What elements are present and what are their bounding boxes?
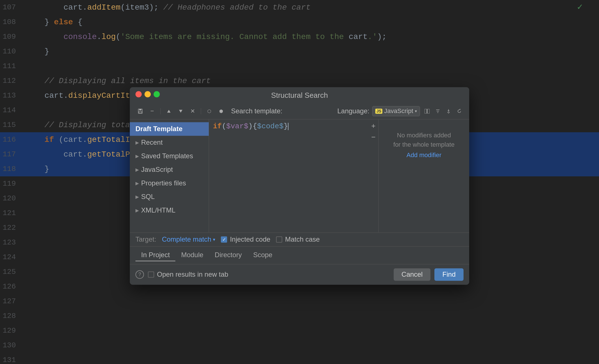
remove-template-variable-button[interactable]: − (371, 133, 376, 142)
search-area: if($var$){$code$} + − (209, 119, 379, 232)
up-button[interactable] (164, 107, 174, 115)
find-button[interactable]: Find (434, 268, 464, 281)
open-results-label: Open results in new tab (157, 270, 228, 278)
language-value: JavaScript (384, 107, 413, 115)
sidebar: Draft Template ▶ Recent ▶ Saved Template… (130, 119, 209, 232)
checkbox-check-icon: ✓ (222, 237, 226, 242)
chevron-right-icon-4: ▶ (135, 181, 139, 186)
chevron-right-icon-6: ▶ (135, 208, 139, 213)
open-results-group: Open results in new tab (148, 270, 228, 278)
minus-button[interactable]: − (147, 107, 157, 115)
close-button[interactable]: ✕ (188, 107, 197, 115)
svg-rect-3 (425, 109, 427, 113)
tab-scope-label: Scope (253, 251, 272, 259)
sidebar-item-recent[interactable]: ▶ Recent (130, 136, 209, 149)
no-modifiers-line1: No modifiers added (397, 131, 451, 140)
complete-match-label: Complete match (162, 235, 211, 243)
language-dropdown[interactable]: JS JavaScript ▾ (372, 106, 420, 116)
sidebar-item-draft-template[interactable]: Draft Template (130, 122, 209, 136)
external-link-button[interactable]: ⬡ (204, 107, 214, 115)
injected-code-label: Injected code (230, 235, 270, 243)
options-row: Target: Complete match ▾ ✓ Injected code… (130, 232, 469, 246)
complete-match-dropdown[interactable]: Complete match ▾ (162, 235, 215, 243)
svg-rect-4 (427, 109, 430, 113)
template-if-keyword: if (213, 122, 222, 131)
js-badge: JS (375, 109, 382, 114)
modifiers-panel: No modifiers added for the whole templat… (379, 119, 469, 232)
language-chevron-icon: ▾ (415, 109, 417, 113)
cursor (288, 123, 288, 130)
chevron-right-icon-2: ▶ (135, 153, 139, 159)
replace-button[interactable]: ⬢ (216, 107, 226, 115)
tab-directory[interactable]: Directory (209, 249, 247, 261)
cancel-button[interactable]: Cancel (394, 268, 431, 281)
sidebar-item-saved-templates[interactable]: ▶ Saved Templates (130, 149, 209, 163)
complete-match-chevron-icon: ▾ (213, 237, 215, 242)
sidebar-item-properties-files[interactable]: ▶ Properties files (130, 176, 209, 190)
modal-footer: ? Open results in new tab Cancel Find (130, 264, 469, 285)
columns-icon[interactable] (423, 107, 431, 115)
close-window-button[interactable] (135, 91, 142, 97)
target-label: Target: (135, 235, 156, 243)
search-template-label: Search template: (231, 107, 282, 115)
refresh-icon[interactable] (455, 107, 464, 115)
sidebar-sql-label: SQL (141, 193, 155, 201)
svg-rect-2 (139, 111, 142, 113)
tab-scope[interactable]: Scope (247, 249, 278, 261)
sidebar-properties-files-label: Properties files (141, 179, 186, 187)
template-open-brace: { (253, 122, 257, 131)
no-modifiers-line2: for the whole template (393, 140, 454, 149)
minimize-window-button[interactable] (145, 91, 151, 97)
injected-code-checkbox[interactable]: ✓ (221, 236, 227, 242)
language-label: Language: (337, 107, 369, 115)
sidebar-item-javascript[interactable]: ▶ JavaScript (130, 163, 209, 176)
tab-in-project-label: In Project (141, 251, 170, 259)
open-results-checkbox[interactable] (148, 271, 154, 278)
match-case-label: Match case (285, 235, 320, 243)
sidebar-item-xml-html[interactable]: ▶ XML/HTML (130, 203, 209, 217)
help-icon-label: ? (138, 272, 141, 278)
modal-title: Structural Search (271, 91, 328, 103)
language-selector: Language: JS JavaScript ▾ (337, 106, 464, 116)
sidebar-recent-label: Recent (141, 138, 163, 146)
modal-titlebar: Structural Search (130, 87, 469, 103)
sidebar-saved-templates-label: Saved Templates (141, 152, 193, 160)
tab-in-project[interactable]: In Project (135, 249, 175, 261)
modal-main-content: Draft Template ▶ Recent ▶ Saved Template… (130, 119, 469, 232)
template-var: $var$ (226, 122, 248, 131)
sidebar-javascript-label: JavaScript (141, 166, 173, 174)
chevron-right-icon-5: ▶ (135, 194, 139, 200)
chevron-right-icon: ▶ (135, 140, 139, 145)
add-template-variable-button[interactable]: + (371, 122, 376, 131)
save-template-button[interactable] (135, 107, 145, 115)
toolbar-separator-2 (201, 108, 201, 114)
help-button[interactable]: ? (135, 270, 144, 279)
filter-icon[interactable] (434, 107, 442, 115)
scope-tabs: In Project Module Directory Scope (130, 246, 469, 264)
maximize-window-button[interactable] (154, 91, 160, 97)
add-modifier-link[interactable]: Add modifier (406, 151, 441, 159)
structural-search-modal: Structural Search − ✕ ⬡ ⬢ (130, 87, 469, 285)
sidebar-xml-html-label: XML/HTML (141, 206, 175, 214)
modal-body: − ✕ ⬡ ⬢ Search template: Language: JS Ja… (130, 103, 469, 285)
down-button[interactable] (176, 107, 186, 115)
tab-directory-label: Directory (215, 251, 242, 259)
sidebar-draft-template-label: Draft Template (135, 125, 182, 133)
search-template-input[interactable]: if($var$){$code$} + − (209, 119, 378, 232)
svg-rect-1 (139, 109, 141, 110)
template-open-paren: ( (222, 122, 226, 131)
lang-toolbar-icons (423, 107, 464, 115)
tab-module[interactable]: Module (175, 249, 209, 261)
sidebar-item-sql[interactable]: ▶ SQL (130, 190, 209, 203)
traffic-lights (135, 91, 160, 97)
match-case-group: Match case (276, 235, 320, 243)
chevron-right-icon-3: ▶ (135, 167, 139, 172)
modal-toolbar: − ✕ ⬡ ⬢ Search template: Language: JS Ja… (130, 103, 469, 119)
injected-code-group: ✓ Injected code (221, 235, 270, 243)
toolbar-separator (160, 108, 161, 114)
template-code-var: $code$ (257, 122, 284, 131)
template-close-brace: } (284, 122, 288, 131)
pin-icon[interactable] (444, 107, 453, 115)
tab-module-label: Module (181, 251, 203, 259)
match-case-checkbox[interactable] (276, 236, 282, 242)
